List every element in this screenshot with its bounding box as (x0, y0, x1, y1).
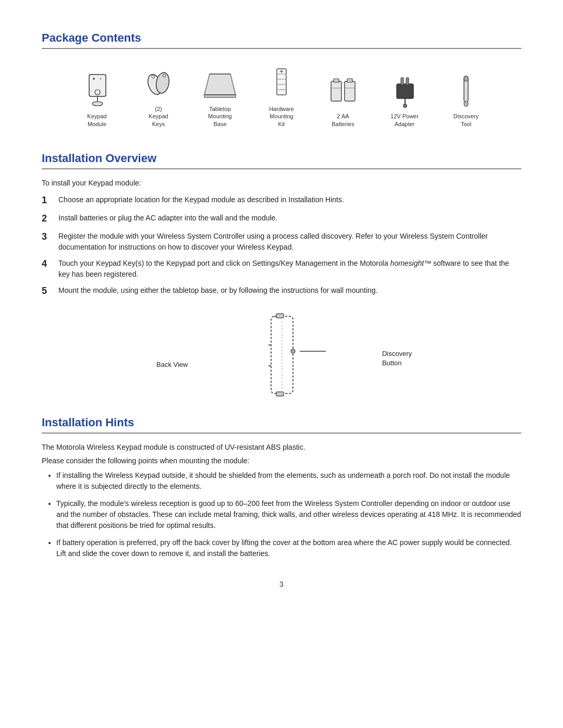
svg-rect-24 (345, 81, 355, 101)
svg-rect-34 (464, 76, 468, 81)
svg-rect-29 (406, 78, 409, 85)
svg-rect-21 (331, 81, 341, 101)
svg-rect-27 (397, 84, 413, 98)
back-view-diagram: Back View DiscoveryButton (42, 314, 521, 397)
svg-rect-36 (276, 314, 284, 318)
hardware-label: HardwareMountingKit (269, 105, 294, 128)
package-contents-title: Package Contents (42, 31, 521, 49)
svg-point-31 (403, 104, 407, 107)
svg-point-5 (100, 78, 101, 79)
step-text-2: Install batteries or plug the AC adapter… (58, 213, 521, 224)
step-text-3: Register the module with your Wireless S… (58, 231, 521, 253)
hardware-icon (263, 65, 300, 101)
install-step-3: 3 Register the module with your Wireless… (42, 231, 521, 253)
svg-point-38 (291, 349, 295, 353)
installation-hints-title: Installation Hints (42, 416, 521, 434)
hint-item-2: Typically, the module's wireless recepti… (56, 498, 521, 531)
step-num-2: 2 (42, 212, 58, 226)
install-steps-list: 1 Choose an appropriate location for the… (42, 194, 521, 298)
back-view-label: Back View (156, 361, 188, 368)
hint-item-3: If battery operation is preferred, pry o… (56, 537, 521, 559)
adapter-label: 12V PowerAdapter (390, 113, 419, 128)
svg-rect-28 (401, 78, 403, 85)
step-num-4: 4 (42, 257, 58, 271)
batteries-icon (325, 72, 361, 108)
pkg-item-keypad: KeypadModule (74, 72, 120, 128)
keypad-icon (79, 72, 115, 108)
step-num-5: 5 (42, 284, 58, 298)
svg-rect-37 (276, 392, 284, 396)
package-contents-section: Package Contents KeypadModule (42, 31, 521, 133)
hints-intro-2: Please consider the following points whe… (42, 456, 521, 465)
page-number: 3 (42, 580, 521, 588)
tabletop-icon (202, 65, 238, 101)
svg-point-33 (464, 101, 468, 106)
hints-intro-1: The Motorola Wireless Keypad module is c… (42, 443, 521, 451)
svg-marker-11 (204, 95, 236, 97)
step-text-5: Mount the module, using either the table… (58, 285, 521, 296)
discovery-arrow-svg (297, 314, 360, 397)
svg-rect-25 (347, 79, 352, 82)
pkg-item-keys: (2)KeypadKeys (135, 65, 182, 128)
step-num-3: 3 (42, 230, 58, 244)
installation-hints-section: Installation Hints The Motorola Wireless… (42, 416, 521, 559)
keys-icon (140, 65, 177, 101)
pkg-item-adapter: 12V PowerAdapter (381, 72, 428, 128)
install-step-2: 2 Install batteries or plug the AC adapt… (42, 213, 521, 226)
step-num-1: 1 (42, 193, 58, 207)
pkg-item-discovery: DiscoveryTool (443, 72, 489, 128)
installation-overview-title: Installation Overview (42, 152, 521, 169)
discovery-tool-icon (448, 72, 484, 108)
hints-list: If installing the Wireless Keypad outsid… (42, 470, 521, 559)
step-text-1: Choose an appropriate location for the K… (58, 194, 521, 205)
installation-overview-section: Installation Overview To install your Ke… (42, 152, 521, 397)
keys-label: (2)KeypadKeys (149, 105, 168, 128)
batteries-label: 2 AABatteries (332, 113, 354, 128)
svg-rect-22 (334, 79, 339, 82)
svg-rect-0 (89, 75, 106, 96)
keypad-module-label: KeypadModule (87, 113, 106, 128)
pkg-item-tabletop: TabletopMountingBase (197, 65, 243, 128)
adapter-icon (386, 72, 423, 108)
install-step-4: 4 Touch your Keypad Key(s) to the Kepypa… (42, 258, 521, 280)
tabletop-label: TabletopMountingBase (208, 105, 231, 128)
install-intro: To install your Keypad module: (42, 179, 521, 187)
pkg-item-hardware: HardwareMountingKit (258, 65, 305, 128)
hint-item-1: If installing the Wireless Keypad outsid… (56, 470, 521, 492)
install-step-1: 1 Choose an appropriate location for the… (42, 194, 521, 207)
svg-point-4 (92, 102, 103, 106)
install-step-5: 5 Mount the module, using either the tab… (42, 285, 521, 298)
discovery-button-label: DiscoveryButton (382, 349, 412, 368)
pkg-item-batteries: 2 AABatteries (320, 72, 366, 128)
discovery-tool-label: DiscoveryTool (454, 113, 479, 128)
step-text-4: Touch your Keypad Key(s) to the Kepypad … (58, 258, 521, 280)
svg-point-2 (93, 78, 95, 80)
package-illustration: KeypadModule (2)KeypadKeys (42, 59, 521, 133)
